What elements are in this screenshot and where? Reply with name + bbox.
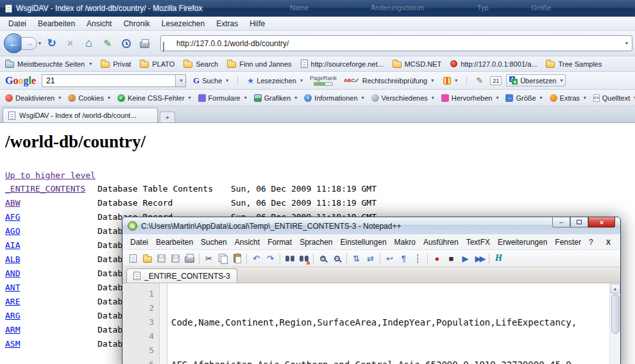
webdev-groesse[interactable]: ↔Größe▾ — [505, 94, 542, 102]
bookmark-meistbesuchte-seiten[interactable]: Meistbesuchte Seiten▾ — [5, 60, 92, 68]
google-suche-button[interactable]: GSuche▾ — [190, 74, 231, 87]
npp-menu-format[interactable]: Format — [264, 236, 296, 248]
sync-vertical-button[interactable]: ⇅ — [350, 252, 363, 265]
extension-feather-button[interactable]: ✎ — [99, 35, 115, 51]
redo-button[interactable]: ↷ — [264, 252, 277, 265]
listing-link[interactable]: AIA — [5, 240, 20, 250]
npp-menu-sprachen[interactable]: Sprachen — [296, 236, 336, 248]
listing-link[interactable]: ANT — [5, 283, 20, 292]
indent-guide-button[interactable]: ┆ — [411, 252, 425, 265]
notepadpp-titlebar[interactable]: N C:\Users\Martin\AppData\Local\Temp\_EN… — [123, 217, 620, 235]
bookmark-search[interactable]: Search — [183, 60, 218, 68]
webdev-css[interactable]: ✓Keine CSS-Fehler▾ — [117, 94, 191, 102]
menu-ansicht[interactable]: Ansicht — [81, 18, 117, 29]
menu-datei[interactable]: Datei — [3, 18, 32, 29]
code-text[interactable]: Code,Name,Continent,Region,SurfaceArea,I… — [167, 283, 609, 364]
npp-menu-fenster[interactable]: Fenster — [551, 236, 585, 248]
scroll-thumb[interactable] — [611, 294, 620, 334]
npp-menu-erweiterungen[interactable]: Erweiterungen — [494, 236, 551, 248]
save-all-button[interactable] — [169, 252, 182, 265]
webdev-cookies[interactable]: Cookies▾ — [68, 94, 110, 102]
print-button[interactable] — [183, 252, 196, 265]
listing-link[interactable]: ARE — [5, 297, 20, 306]
webdev-verschiedenes[interactable]: Verschiedenes▾ — [371, 94, 434, 102]
editor-area[interactable]: 1 2 3 4 5 6 Code,Name,Continent,Region,S… — [123, 283, 620, 364]
google-search-input[interactable] — [42, 74, 186, 87]
listing-link[interactable]: AFG — [5, 212, 20, 222]
menu-chronik[interactable]: Chronik — [117, 18, 155, 29]
doc-close-button[interactable]: X — [603, 238, 614, 247]
google-sendto-button[interactable]: ▾ — [441, 76, 460, 86]
npp-menu-ansicht[interactable]: Ansicht — [231, 236, 264, 248]
stop-macro-button[interactable]: ■ — [444, 252, 458, 265]
webdev-quelltext[interactable]: <>Quelltext▾ — [593, 94, 635, 102]
webdev-formulare[interactable]: Formulare▾ — [198, 94, 247, 102]
webdev-grafiken[interactable]: Grafiken▾ — [254, 94, 298, 102]
firefox-titlebar[interactable]: WsgiDAV - Index of /world-db/country/ - … — [0, 0, 635, 17]
google-lesezeichen-button[interactable]: ★Lesezeichen▾ — [244, 75, 305, 87]
refresh-button[interactable]: ↻ — [44, 35, 60, 51]
webdev-hervorheben[interactable]: Hervorheben▾ — [441, 94, 499, 102]
bookmark-mcsd-net[interactable]: MCSD.NET — [393, 60, 441, 68]
npp-menu-einstellungen[interactable]: Einstellungen — [337, 236, 391, 248]
url-input[interactable] — [160, 35, 632, 51]
bookmark-privat[interactable]: Privat — [101, 60, 131, 68]
npp-menu-help[interactable]: ? — [585, 236, 597, 248]
webdev-deaktivieren[interactable]: Deaktivieren▾ — [5, 94, 61, 102]
print-button[interactable] — [137, 35, 153, 51]
nav-history-dropdown[interactable]: ▾ — [38, 40, 41, 46]
minimize-button[interactable]: – — [552, 217, 570, 228]
replace-button[interactable] — [297, 252, 310, 265]
save-button[interactable] — [155, 252, 168, 265]
npp-menu-textfx[interactable]: TextFX — [462, 236, 494, 248]
listing-link[interactable]: AND — [5, 269, 20, 278]
listing-link[interactable]: ARM — [5, 325, 20, 335]
open-file-button[interactable] — [140, 252, 154, 265]
bookmark-plato[interactable]: PLATO — [140, 60, 174, 68]
new-tab-button[interactable]: + — [160, 112, 175, 122]
google-autofill-button[interactable]: ✎ — [473, 74, 486, 87]
google-search-dropdown[interactable]: ▾ — [175, 75, 185, 87]
new-file-button[interactable] — [126, 252, 140, 265]
stop-button[interactable]: × — [62, 35, 78, 51]
listing-link[interactable]: ASM — [5, 339, 20, 349]
webdev-extras[interactable]: Extras▾ — [550, 94, 586, 102]
listing-link[interactable]: ABW — [5, 198, 20, 208]
close-button[interactable]: × — [588, 217, 615, 228]
npp-menu-suchen[interactable]: Suchen — [197, 236, 231, 248]
npp-menu-makro[interactable]: Makro — [391, 236, 419, 248]
play-macro-button[interactable]: ▶ — [459, 252, 472, 265]
pagerank-indicator[interactable]: PageRank — [310, 75, 337, 86]
zoom-out-button[interactable] — [330, 252, 344, 265]
listing-link[interactable]: _ENTIRE_CONTENTS — [5, 184, 85, 194]
bookmark-sourceforge[interactable]: http://sourceforge.net... — [301, 60, 384, 68]
home-button[interactable]: ⌂ — [81, 35, 97, 51]
menu-bearbeiten[interactable]: Bearbeiten — [32, 18, 81, 29]
cut-button[interactable]: ✂ — [202, 252, 216, 265]
tab-entire-contents-3[interactable]: _ENTIRE_CONTENTS-3 — [126, 269, 237, 283]
undo-button[interactable]: ↶ — [250, 252, 263, 265]
textfx-button[interactable]: H — [492, 252, 505, 265]
show-all-chars-button[interactable]: ¶ — [397, 252, 411, 265]
menu-extras[interactable]: Extras — [210, 18, 244, 29]
google-spellcheck-button[interactable]: ABC✓Rechtschreibprüfung▾ — [341, 76, 436, 86]
bookmark-finn-und-jannes[interactable]: Finn und Jannes — [227, 60, 291, 68]
up-to-higher-level-link[interactable]: Up to higher level — [5, 170, 96, 180]
google-translate-button[interactable]: Übersetzen▾ — [506, 74, 566, 87]
maximize-button[interactable] — [570, 217, 588, 228]
npp-menu-ausfuehren[interactable]: Ausführen — [419, 236, 462, 248]
bookmark-localhost-8001[interactable]: http://127.0.0.1:8001/a... — [450, 60, 537, 68]
listing-link[interactable]: ALB — [5, 254, 20, 264]
find-button[interactable] — [283, 252, 296, 265]
record-macro-button[interactable]: ● — [430, 252, 444, 265]
paste-button[interactable] — [230, 252, 244, 265]
npp-menu-bearbeiten[interactable]: Bearbeiten — [152, 236, 197, 248]
word-wrap-button[interactable]: ↩ — [383, 252, 396, 265]
copy-button[interactable] — [216, 252, 230, 265]
vertical-scrollbar[interactable]: ▲ — [609, 283, 620, 364]
run-macro-multiple-button[interactable]: ▶▶ — [473, 252, 486, 265]
scroll-up-button[interactable]: ▲ — [611, 284, 620, 294]
tab-wsgidav[interactable]: WsgiDAV - Index of /world-db/count... — [3, 108, 158, 122]
counter-badge[interactable]: 21 — [490, 76, 502, 85]
menu-lesezeichen[interactable]: Lesezeichen — [156, 18, 210, 29]
